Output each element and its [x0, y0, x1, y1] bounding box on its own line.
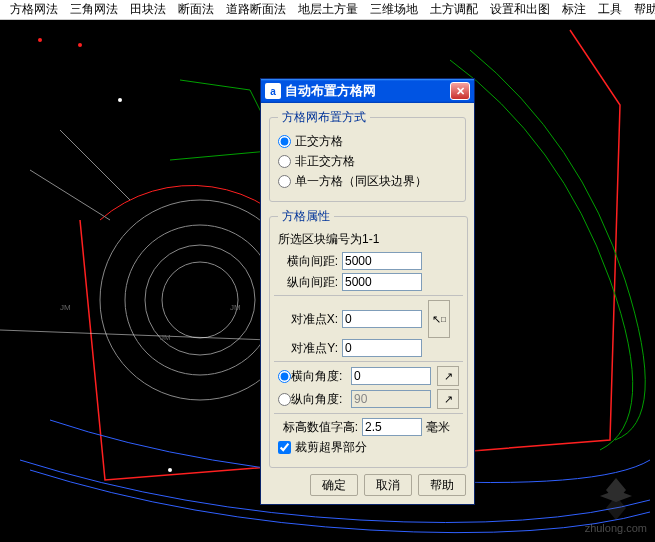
dialog-title: 自动布置方格网	[285, 82, 450, 100]
svg-text:JM: JM	[160, 333, 171, 342]
svg-point-7	[118, 98, 122, 102]
layout-radio-label-1: 非正交方格	[295, 153, 355, 170]
layout-mode-legend: 方格网布置方式	[278, 109, 370, 126]
menu-item-4[interactable]: 道路断面法	[220, 1, 292, 18]
svg-text:JM: JM	[60, 303, 71, 312]
auto-grid-dialog: a 自动布置方格网 ✕ 方格网布置方式 正交方格非正交方格单一方格（同区块边界）…	[260, 78, 475, 505]
help-button[interactable]: 帮助	[418, 474, 466, 496]
pick-vangle-button[interactable]: ↗	[437, 389, 459, 409]
aligny-input[interactable]	[342, 339, 422, 357]
textheight-input[interactable]	[362, 418, 422, 436]
menu-item-11[interactable]: 帮助	[628, 1, 655, 18]
hangle-label: 横向角度:	[291, 368, 347, 385]
menu-item-7[interactable]: 土方调配	[424, 1, 484, 18]
svg-point-5	[38, 38, 42, 42]
menu-item-2[interactable]: 田块法	[124, 1, 172, 18]
svg-point-6	[78, 43, 82, 47]
grid-attr-group: 方格属性 所选区块编号为1-1 横向间距: 纵向间距: 对准点X: ↖□ 对准点…	[269, 208, 468, 468]
vangle-input	[351, 390, 431, 408]
cancel-button[interactable]: 取消	[364, 474, 412, 496]
aligny-label: 对准点Y:	[278, 340, 338, 357]
layout-radio-1[interactable]	[278, 155, 291, 168]
ok-button[interactable]: 确定	[310, 474, 358, 496]
layout-radio-2[interactable]	[278, 175, 291, 188]
layout-radio-0[interactable]	[278, 135, 291, 148]
svg-line-4	[0, 330, 270, 340]
alignx-input[interactable]	[342, 310, 422, 328]
layout-radio-label-2: 单一方格（同区块边界）	[295, 173, 427, 190]
alignx-label: 对准点X:	[278, 311, 338, 328]
layout-radio-label-0: 正交方格	[295, 133, 343, 150]
svg-marker-14	[606, 496, 626, 520]
svg-point-1	[125, 225, 275, 375]
svg-point-8	[168, 468, 172, 472]
close-icon[interactable]: ✕	[450, 82, 470, 100]
textheight-label: 标高数值字高:	[278, 419, 358, 436]
layout-mode-group: 方格网布置方式 正交方格非正交方格单一方格（同区块边界）	[269, 109, 466, 202]
menu-item-5[interactable]: 地层土方量	[292, 1, 364, 18]
block-id-note: 所选区块编号为1-1	[278, 231, 459, 248]
pick-hangle-button[interactable]: ↗	[437, 366, 459, 386]
clip-checkbox[interactable]	[278, 441, 291, 454]
menu-item-0[interactable]: 方格网法	[4, 1, 64, 18]
grid-attr-legend: 方格属性	[278, 208, 334, 225]
menu-item-1[interactable]: 三角网法	[64, 1, 124, 18]
pick-point-button[interactable]: ↖□	[428, 300, 450, 338]
hspacing-label: 横向间距:	[278, 253, 338, 270]
menu-item-6[interactable]: 三维场地	[364, 1, 424, 18]
menu-item-9[interactable]: 标注	[556, 1, 592, 18]
watermark: zhulong.com	[585, 472, 647, 534]
menubar: 方格网法三角网法田块法断面法道路断面法地层土方量三维场地土方调配设置和出图标注工…	[0, 0, 655, 20]
hangle-input[interactable]	[351, 367, 431, 385]
menu-item-10[interactable]: 工具	[592, 1, 628, 18]
watermark-text: zhulong.com	[585, 522, 647, 534]
menu-item-8[interactable]: 设置和出图	[484, 1, 556, 18]
vangle-radio[interactable]	[278, 393, 291, 406]
svg-point-3	[162, 262, 238, 338]
vangle-label: 纵向角度:	[291, 391, 347, 408]
menu-item-3[interactable]: 断面法	[172, 1, 220, 18]
textheight-unit: 毫米	[426, 419, 450, 436]
vspacing-input[interactable]	[342, 273, 422, 291]
clip-label: 裁剪超界部分	[295, 439, 367, 456]
hspacing-input[interactable]	[342, 252, 422, 270]
vspacing-label: 纵向间距:	[278, 274, 338, 291]
dialog-titlebar[interactable]: a 自动布置方格网 ✕	[261, 79, 474, 103]
app-icon: a	[265, 83, 281, 99]
svg-text:JM: JM	[230, 303, 241, 312]
hangle-radio[interactable]	[278, 370, 291, 383]
